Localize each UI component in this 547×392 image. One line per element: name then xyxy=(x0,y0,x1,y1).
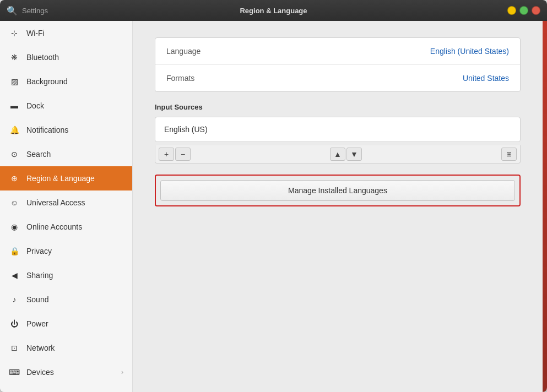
sidebar-item-label-sound: Sound xyxy=(26,295,123,304)
sidebar-item-privacy[interactable]: 🔒Privacy xyxy=(0,239,132,263)
sidebar-item-online-accounts[interactable]: ◉Online Accounts xyxy=(0,215,132,239)
wifi-icon: ⊹ xyxy=(9,28,20,39)
move-up-button[interactable]: ▲ xyxy=(330,148,345,161)
titlebar: 🔍 Settings Region & Language xyxy=(0,0,547,21)
sidebar-item-label-wifi: Wi-Fi xyxy=(26,29,123,37)
sidebar-item-label-universal-access: Universal Access xyxy=(26,198,123,207)
sidebar-item-devices[interactable]: ⌨Devices› xyxy=(0,360,132,384)
close-button[interactable] xyxy=(532,6,540,15)
window-controls xyxy=(507,6,540,15)
sidebar-item-dock[interactable]: ▬Dock xyxy=(0,94,132,118)
manage-languages-wrapper: Manage Installed Languages xyxy=(155,175,521,206)
sidebar-item-label-notifications: Notifications xyxy=(26,126,123,134)
search-icon: ⊙ xyxy=(9,149,20,160)
maximize-button[interactable] xyxy=(519,6,528,15)
sidebar-item-background[interactable]: ▨Background xyxy=(0,69,132,94)
online-accounts-icon: ◉ xyxy=(9,221,20,232)
language-value: English (United States) xyxy=(430,47,509,56)
devices-icon: ⌨ xyxy=(9,367,20,378)
input-source-label: English (US) xyxy=(164,125,208,134)
sidebar: ⊹Wi-Fi❋Bluetooth▨Background▬Dock🔔Notific… xyxy=(0,21,133,392)
sidebar-item-search[interactable]: ⊙Search xyxy=(0,142,132,166)
sidebar-item-label-online-accounts: Online Accounts xyxy=(26,222,123,231)
app-name: Settings xyxy=(22,7,48,15)
sidebar-item-bluetooth[interactable]: ❋Bluetooth xyxy=(0,45,132,69)
universal-access-icon: ☺ xyxy=(9,197,20,208)
sidebar-item-label-dock: Dock xyxy=(26,101,123,110)
input-source-item[interactable]: English (US) xyxy=(155,117,520,141)
input-source-nav-group: ▲ ▼ xyxy=(330,148,362,161)
formats-value: United States xyxy=(463,74,509,83)
devices-chevron-icon: › xyxy=(121,368,123,376)
window-title: Region & Language xyxy=(240,7,307,15)
sidebar-item-label-privacy: Privacy xyxy=(26,247,123,255)
sidebar-item-details[interactable]: ℹDetails› xyxy=(0,384,132,392)
sidebar-item-region-language[interactable]: ⊕Region & Language xyxy=(0,166,132,190)
sidebar-item-label-sharing: Sharing xyxy=(26,271,123,280)
power-icon: ⏻ xyxy=(9,318,20,329)
content-area: Language English (United States) Formats… xyxy=(133,21,543,392)
dock-icon: ▬ xyxy=(9,100,20,111)
language-label: Language xyxy=(166,47,201,56)
formats-label: Formats xyxy=(166,74,194,83)
sidebar-item-label-bluetooth: Bluetooth xyxy=(26,53,123,62)
main-content: ⊹Wi-Fi❋Bluetooth▨Background▬Dock🔔Notific… xyxy=(0,21,547,392)
language-row[interactable]: Language English (United States) xyxy=(155,38,520,65)
settings-window: 🔍 Settings Region & Language ⊹Wi-Fi❋Blue… xyxy=(0,0,547,392)
notifications-icon: 🔔 xyxy=(9,124,20,135)
formats-row[interactable]: Formats United States xyxy=(155,65,520,91)
keyboard-layout-button[interactable]: ⊞ xyxy=(501,148,517,161)
network-icon: ⊡ xyxy=(9,342,20,353)
right-edge-decoration xyxy=(543,21,547,392)
sidebar-item-label-background: Background xyxy=(26,77,123,86)
sidebar-item-label-devices: Devices xyxy=(26,368,115,377)
privacy-icon: 🔒 xyxy=(9,246,20,257)
sidebar-item-label-network: Network xyxy=(26,344,123,352)
sidebar-item-label-power: Power xyxy=(26,319,123,328)
language-formats-group: Language English (United States) Formats… xyxy=(155,37,521,92)
minimize-button[interactable] xyxy=(507,6,516,15)
input-sources-toolbar: + − ▲ ▼ ⊞ xyxy=(155,145,521,164)
remove-input-source-button[interactable]: − xyxy=(175,148,191,161)
sidebar-item-notifications[interactable]: 🔔Notifications xyxy=(0,118,132,142)
sidebar-item-network[interactable]: ⊡Network xyxy=(0,336,132,360)
region-language-icon: ⊕ xyxy=(9,173,20,184)
add-input-source-button[interactable]: + xyxy=(159,148,174,161)
sidebar-item-label-region-language: Region & Language xyxy=(26,174,123,183)
background-icon: ▨ xyxy=(9,76,20,87)
sidebar-item-power[interactable]: ⏻Power xyxy=(0,312,132,336)
move-down-button[interactable]: ▼ xyxy=(346,148,362,161)
sidebar-item-sharing[interactable]: ◀Sharing xyxy=(0,263,132,287)
manage-languages-button[interactable]: Manage Installed Languages xyxy=(160,180,515,201)
sidebar-item-universal-access[interactable]: ☺Universal Access xyxy=(0,190,132,215)
sharing-icon: ◀ xyxy=(9,270,20,281)
search-icon: 🔍 xyxy=(7,6,18,16)
input-sources-title: Input Sources xyxy=(155,103,521,111)
bluetooth-icon: ❋ xyxy=(9,52,20,63)
sound-icon: ♪ xyxy=(9,294,20,305)
sidebar-item-sound[interactable]: ♪Sound xyxy=(0,287,132,312)
input-sources-list: English (US) xyxy=(155,117,521,142)
sidebar-item-label-search: Search xyxy=(26,150,123,159)
sidebar-item-wifi[interactable]: ⊹Wi-Fi xyxy=(0,21,132,45)
titlebar-left: 🔍 Settings xyxy=(7,6,48,16)
